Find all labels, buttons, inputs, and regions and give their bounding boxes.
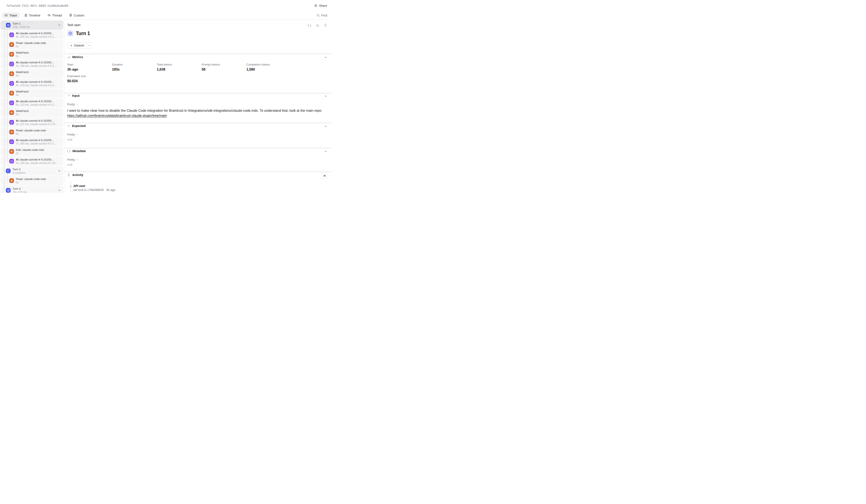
arrow-up-right-icon [67,94,70,97]
timeline-icon [24,14,27,17]
metric-label: Total tokens [157,63,202,67]
share-button[interactable]: Share [314,4,327,8]
tree-guide-elbow [7,161,9,161]
span-tree-item[interactable]: WebFetch0s [0,49,63,59]
expected-format-dropdown[interactable]: Pretty [67,133,78,136]
cube-icon [6,188,11,193]
span-title: WebFetch [16,70,29,74]
detail-header-actions: { } [308,23,327,27]
span-title: claude-sonnet-4-5-20250... [20,100,54,103]
span-subtitle: 29s, 670 tok [12,191,58,193]
search-icon [317,14,320,17]
span-subtitle: 0s [16,55,58,58]
span-tree-item[interactable]: Read: claude-code.mdx0s [0,40,63,49]
top-header: 7efea1eb-f221-4bfc-b895-e1d4b3ea8a99 Sha… [0,0,331,11]
span-subtitle: 0s [16,181,58,184]
find-button[interactable]: Find [317,14,327,17]
metric-completion-tokens: Completion tokens1,580 [246,63,291,71]
tab-timeline[interactable]: Timeline [22,12,43,18]
span-tree-item[interactable]: A\claude-sonnet-4-5-20250...0s, 185 tok,… [0,157,63,166]
cube-icon [67,30,74,36]
span-tree-item[interactable]: A\claude-sonnet-4-5-20250...6s, 255 tok,… [0,30,63,40]
chevron-down-icon[interactable] [324,125,327,128]
span-subtitle: 7s, 490 tok, claude-sonnet-4-5-2... [16,142,58,145]
span-subtitle: 0s [16,45,58,48]
chevron-down-icon[interactable] [58,169,61,172]
span-tree-item[interactable]: Turn 2in progress [0,166,63,176]
span-tree-item[interactable]: A\claude-sonnet-4-5-20250...0s, 129 tok,… [0,79,63,88]
span-tree-item[interactable]: A\claude-sonnet-4-5-20250...7s, 490 tok,… [0,137,63,146]
span-tree-item[interactable]: WebFetch0s [0,108,63,117]
tree-guide-elbow [7,142,9,142]
tree-guide-elbow [7,93,9,93]
span-tree-item[interactable]: WebFetch0s [0,69,63,78]
metric-label: Start [67,63,112,67]
span-tree-item[interactable]: Turn 1183s, 1638 tok [0,21,63,30]
span-tree-item[interactable]: WebFetch0s [0,89,63,98]
braces-icon: { } [67,149,70,153]
format-label: Pretty [67,103,75,106]
span-tree-item[interactable]: Read: claude-code.mdx0s [0,127,63,137]
input-value: I want to make clear how to disable the … [67,108,326,118]
trace-id: 7efea1eb-f221-4bfc-b895-e1d4b3ea8a99 [6,4,68,8]
span-tree-item[interactable]: Read: claude-code.mdx0s [0,176,63,185]
input-title: Input [72,94,79,97]
span-tree-item[interactable]: A\claude-sonnet-4-5-20250...2s, 289 tok,… [0,59,63,69]
find-label: Find [321,14,327,17]
tab-custom[interactable]: Custom [67,12,87,18]
span-detail-panel: Task span { } Turn 1 Dataset [65,20,331,193]
tree-guide-elbow [7,132,9,133]
equals-icon [67,124,70,127]
span-heading: Turn 1 [67,30,90,36]
anthropic-logo-icon: A\ [16,32,19,35]
tree-guide-elbow [4,190,6,191]
download-icon[interactable] [316,23,319,27]
input-format-dropdown[interactable]: Pretty [67,103,78,106]
span-tree-item[interactable]: A\claude-sonnet-4-5-20250...0s, 133 tok,… [0,98,63,108]
json-view-icon[interactable]: { } [308,24,311,27]
tree-guide-elbow [7,54,9,55]
span-tree-item[interactable]: Edit: claude-code.mdx0s [0,147,63,156]
tool-icon [9,52,14,57]
share-label: Share [319,4,327,8]
tree-guide-line [7,28,8,161]
chat-icon [9,81,14,86]
chevron-down-icon[interactable] [58,24,61,26]
metric-label: Duration [112,63,157,67]
span-tree-item[interactable]: A\claude-sonnet-4-5-20250...2s, 157 tok,… [0,117,63,127]
dataset-more-button[interactable] [87,43,92,48]
metadata-format-dropdown[interactable]: Pretty [67,158,78,161]
dataset-button-label: Dataset [74,44,84,47]
tab-label: Timeline [29,14,40,17]
chevron-down-icon[interactable] [58,189,61,192]
activity-view-toggle-button[interactable] [322,173,327,179]
add-to-dataset-button[interactable]: Dataset [67,43,87,48]
metrics-title: Metrics [72,55,83,59]
tree-guide-elbow [7,83,9,84]
span-title: claude-sonnet-4-5-20250... [20,80,54,83]
tab-thread[interactable]: Thread [45,12,65,18]
tree-guide-elbow [7,122,9,123]
span-tree-item[interactable]: Turn 329s, 670 tok [0,186,63,193]
span-tree-sidebar: Turn 1183s, 1638 tokA\claude-sonnet-4-5-… [0,20,65,193]
cube-icon [6,23,11,27]
input-section-header: Input [67,94,79,97]
anthropic-logo-icon: A\ [16,138,19,142]
chat-icon [9,159,14,164]
tab-trace[interactable]: Trace [2,12,20,18]
metric-prompt-tokens: Prompt tokens58 [202,63,246,71]
metric-duration: Duration183s [112,63,157,71]
tool-icon [9,149,14,154]
chevron-down-icon[interactable] [324,150,327,153]
metric-value: $0.024 [67,79,112,83]
span-subtitle: 0s [16,113,58,116]
expand-collapse-icon[interactable] [324,23,327,27]
section-divider [65,147,331,149]
metric-total-tokens: Total tokens1,638 [157,63,202,71]
chevron-down-icon[interactable] [324,56,327,59]
chevron-down-icon[interactable] [324,94,327,98]
span-title: WebFetch [16,51,29,55]
input-link[interactable]: https://github.com/braintrustdata/braint… [67,114,167,117]
tab-label: Custom [74,14,84,17]
anthropic-logo-icon: A\ [16,119,19,123]
